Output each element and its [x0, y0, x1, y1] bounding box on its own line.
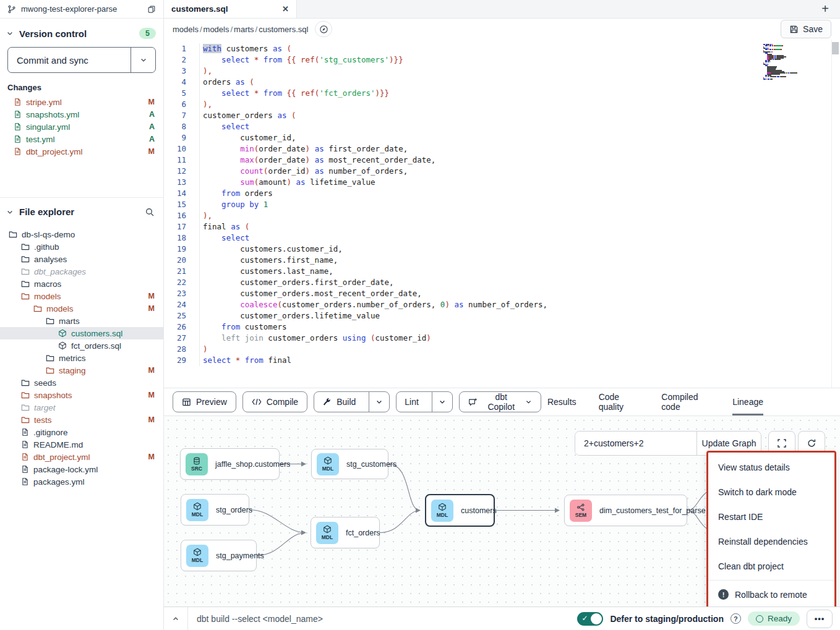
code-line[interactable]: 28): [164, 344, 840, 355]
scrollbar-thumb[interactable]: [832, 42, 839, 54]
build-dropdown-toggle[interactable]: [369, 392, 389, 412]
new-tab-button[interactable]: +: [810, 0, 840, 18]
tree-item--github[interactable]: .github: [0, 241, 163, 253]
change-row[interactable]: test.ymlA: [0, 133, 163, 145]
lineage-node-stg-customers[interactable]: MDLstg_customers: [311, 449, 388, 479]
tree-item-package-lock-yml[interactable]: package-lock.yml: [0, 463, 163, 475]
code-line[interactable]: 1with customers as (: [164, 43, 840, 54]
dbt-copilot-button[interactable]: dbt Copilot: [459, 391, 541, 412]
tree-item-fct-orders-sql[interactable]: fct_orders.sql: [0, 339, 163, 352]
close-tab-icon[interactable]: ✕: [282, 4, 289, 14]
code-line[interactable]: 20 customers.first_name,: [164, 255, 840, 266]
tree-item-seeds[interactable]: seeds: [0, 377, 163, 389]
code-line[interactable]: 26 from customers: [164, 321, 840, 333]
code-line[interactable]: 11 max(order_date) as most_recent_order_…: [164, 155, 840, 166]
tree-item-dbt-packages[interactable]: dbt_packages: [0, 265, 163, 278]
menu-item-clean-dbt-project[interactable]: Clean dbt project: [708, 554, 834, 579]
code-line[interactable]: 15 group by 1: [164, 199, 840, 210]
code-line[interactable]: 17final as (: [164, 221, 840, 232]
code-line[interactable]: 18 select: [164, 232, 840, 244]
code-line[interactable]: 25 customer_orders.lifetime_value: [164, 310, 840, 321]
tree-item-staging[interactable]: stagingM: [0, 364, 163, 377]
chevron-down-icon[interactable]: [6, 208, 14, 216]
menu-item-reinstall-dependencies[interactable]: Reinstall dependencies: [708, 529, 834, 554]
editor-minimap[interactable]: [763, 44, 799, 80]
build-button[interactable]: Build: [314, 392, 364, 412]
code-line[interactable]: 3),: [164, 66, 840, 77]
tab-lineage[interactable]: Lineage: [732, 388, 763, 415]
code-line[interactable]: 19 customers.customer_id,: [164, 244, 840, 255]
code-line[interactable]: 9 customer_id,: [164, 132, 840, 143]
lineage-node-customers[interactable]: MDLcustomers: [425, 494, 495, 527]
help-icon[interactable]: ?: [731, 613, 741, 624]
tree-item-db-sl-qs-demo[interactable]: db-sl-qs-demo: [0, 228, 163, 241]
lineage-node-stg-orders[interactable]: MDLstg_orders: [181, 494, 249, 526]
code-line[interactable]: 13 sum(amount) as lifetime_value: [164, 177, 840, 188]
tree-item-tests[interactable]: testsM: [0, 414, 163, 426]
code-line[interactable]: 24 coalesce(customer_orders.number_of_or…: [164, 299, 840, 310]
code-line[interactable]: 7customer_orders as (: [164, 110, 840, 121]
lint-button[interactable]: Lint: [396, 392, 427, 412]
change-row[interactable]: snapshots.ymlA: [0, 108, 163, 121]
menu-item-view-status-details[interactable]: View status details: [708, 455, 834, 480]
tree-item-analyses[interactable]: analyses: [0, 253, 163, 265]
lineage-node-jaffle-shop-customers[interactable]: SRCjaffle_shop.customers: [180, 448, 280, 480]
code-line[interactable]: 29select * from final: [164, 355, 840, 366]
lineage-canvas[interactable]: SRCjaffle_shop.customersMDLstg_customers…: [164, 416, 840, 607]
tree-item-packages-yml[interactable]: packages.yml: [0, 475, 163, 488]
lineage-node-fct-orders[interactable]: MDLfct_orders: [311, 517, 380, 548]
tree-item-target[interactable]: target: [0, 401, 163, 414]
search-icon[interactable]: [145, 207, 155, 217]
tree-item-macros[interactable]: macros: [0, 278, 163, 290]
command-input[interactable]: [188, 614, 577, 624]
chevron-down-icon[interactable]: [6, 30, 14, 37]
code-line[interactable]: 4orders as (: [164, 77, 840, 88]
menu-item-rollback-to-remote[interactable]: !Rollback to remote: [708, 582, 834, 607]
code-line[interactable]: 2 select * from {{ ref('stg_customers')}…: [164, 54, 840, 66]
commit-dropdown-toggle[interactable]: [131, 48, 155, 72]
tab-results[interactable]: Results: [547, 388, 576, 415]
tree-item-snapshots[interactable]: snapshotsM: [0, 389, 163, 401]
explore-lineage-button[interactable]: [315, 21, 332, 37]
code-line[interactable]: 16),: [164, 210, 840, 221]
compile-button[interactable]: Compile: [242, 391, 307, 412]
change-row[interactable]: stripe.ymlM: [0, 96, 163, 108]
expand-command-bar-button[interactable]: [164, 607, 187, 630]
tab-code-quality[interactable]: Code quality: [599, 388, 640, 415]
tree-item-marts[interactable]: marts: [0, 315, 163, 327]
code-line[interactable]: 14 from orders: [164, 188, 840, 199]
menu-item-switch-to-dark-mode[interactable]: Switch to dark mode: [708, 480, 834, 504]
code-line[interactable]: 22 customer_orders.first_order_date,: [164, 277, 840, 288]
code-line[interactable]: 6),: [164, 99, 840, 110]
tree-item-models[interactable]: modelsM: [0, 302, 163, 315]
code-line[interactable]: 21 customers.last_name,: [164, 266, 840, 277]
tab-compiled-code[interactable]: Compiled code: [661, 388, 710, 415]
code-editor[interactable]: 1with customers as (2 select * from {{ r…: [164, 40, 840, 388]
menu-item-restart-ide[interactable]: Restart IDE: [708, 504, 834, 529]
code-line[interactable]: 8 select: [164, 121, 840, 132]
lineage-selector-input[interactable]: [575, 432, 696, 455]
preview-button[interactable]: Preview: [173, 391, 236, 412]
code-line[interactable]: 5 select * from {{ ref('fct_orders')}}: [164, 88, 840, 99]
defer-toggle[interactable]: ✓: [577, 612, 603, 626]
tree-item-metrics[interactable]: metrics: [0, 352, 163, 364]
code-line[interactable]: 12 count(order_id) as number_of_orders,: [164, 166, 840, 177]
copy-branch-icon[interactable]: [147, 5, 156, 14]
tree-item-readme-md[interactable]: README.md: [0, 438, 163, 451]
tab-customers-sql[interactable]: customers.sql ✕: [164, 0, 297, 18]
lineage-node-stg-payments[interactable]: MDLstg_payments: [181, 540, 257, 571]
more-options-button[interactable]: •••: [807, 610, 833, 628]
commit-and-sync-button[interactable]: Commit and sync: [7, 47, 156, 73]
change-row[interactable]: singular.ymlA: [0, 121, 163, 133]
tree-item--gitignore[interactable]: .gitignore: [0, 426, 163, 438]
lint-dropdown-toggle[interactable]: [432, 392, 452, 412]
code-line[interactable]: 23 customer_orders.most_recent_order_dat…: [164, 288, 840, 299]
save-button[interactable]: Save: [781, 20, 831, 38]
lineage-node-dim-customers-test-for-parse[interactable]: SEMdim_customers_test_for_parse: [564, 495, 687, 526]
tree-item-customers-sql[interactable]: customers.sql: [0, 327, 163, 339]
code-line[interactable]: 27 left join customer_orders using (cust…: [164, 333, 840, 344]
change-row[interactable]: dbt_project.ymlM: [0, 145, 163, 158]
tree-item-dbt-project-yml[interactable]: dbt_project.ymlM: [0, 451, 163, 463]
tree-item-models[interactable]: modelsM: [0, 290, 163, 302]
code-line[interactable]: 10 min(order_date) as first_order_date,: [164, 143, 840, 155]
